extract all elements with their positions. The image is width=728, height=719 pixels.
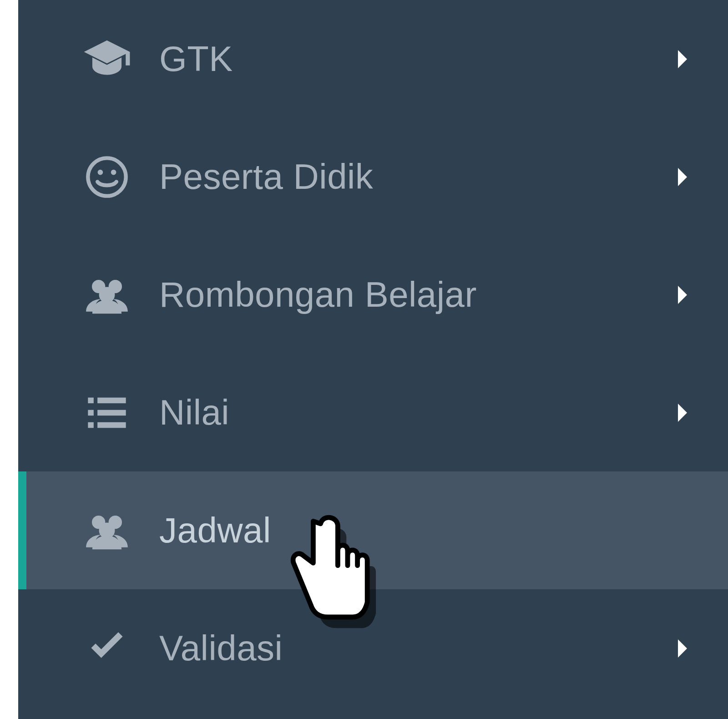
- sidebar-item-gtk[interactable]: GTK: [18, 0, 728, 118]
- chevron-right-icon: [673, 168, 692, 186]
- svg-rect-11: [97, 422, 126, 428]
- svg-point-2: [111, 169, 116, 175]
- chevron-right-icon: [673, 404, 692, 422]
- chevron-right-icon: [673, 50, 692, 68]
- users-icon: [73, 270, 141, 320]
- sidebar-item-label: Jadwal: [159, 510, 692, 551]
- svg-rect-6: [88, 397, 94, 403]
- sidebar-item-validasi[interactable]: Validasi: [18, 589, 728, 707]
- check-icon: [73, 626, 141, 671]
- chevron-right-icon: [673, 286, 692, 304]
- sidebar-item-jadwal[interactable]: Jadwal: [18, 471, 728, 589]
- sidebar-item-nilai[interactable]: Nilai: [18, 354, 728, 471]
- list-icon: [73, 390, 141, 435]
- sidebar-item-label: Nilai: [159, 392, 673, 433]
- sidebar-item-peserta-didik[interactable]: Peserta Didik: [18, 118, 728, 236]
- sidebar-item-label: Rombongan Belajar: [159, 274, 673, 315]
- svg-rect-10: [88, 422, 94, 428]
- sidebar-item-label: Peserta Didik: [159, 156, 673, 197]
- svg-point-0: [88, 158, 126, 196]
- sidebar-item-label: Validasi: [159, 628, 673, 669]
- svg-point-1: [98, 169, 103, 175]
- graduation-cap-icon: [73, 34, 141, 84]
- svg-rect-9: [97, 410, 126, 415]
- chevron-right-icon: [673, 639, 692, 658]
- sidebar-nav: GTK Peserta Didik: [18, 0, 728, 719]
- svg-rect-8: [88, 410, 94, 415]
- sidebar-item-label: GTK: [159, 38, 673, 80]
- smile-icon: [73, 154, 141, 200]
- users-icon: [73, 506, 141, 556]
- sidebar-item-rombongan-belajar[interactable]: Rombongan Belajar: [18, 236, 728, 354]
- svg-rect-7: [97, 397, 126, 403]
